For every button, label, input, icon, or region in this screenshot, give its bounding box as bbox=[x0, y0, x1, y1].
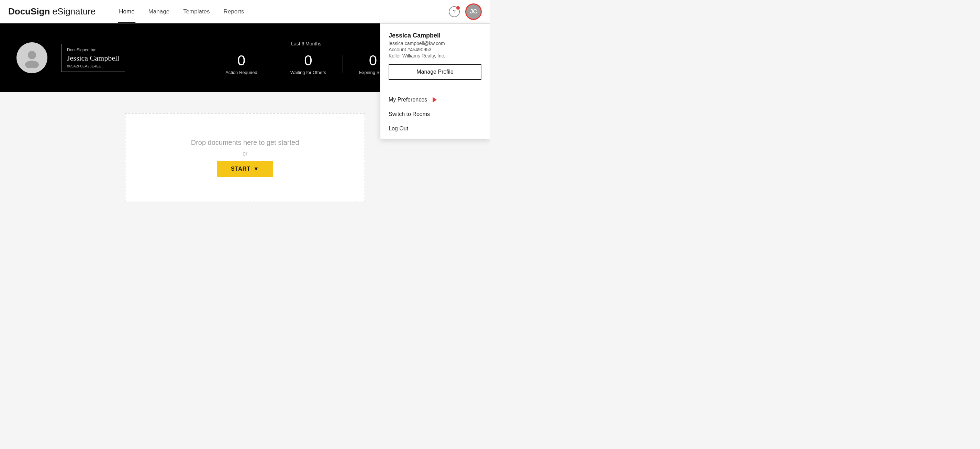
user-avatar-button[interactable]: JC bbox=[465, 3, 482, 20]
svg-point-0 bbox=[28, 51, 36, 59]
dropdown-user-section: Jessica Campbell jessica.campbell@kw.com… bbox=[380, 24, 490, 87]
dropdown-menu-section: My Preferences Switch to Rooms Log Out bbox=[380, 87, 490, 136]
dropdown-user-name: Jessica Campbell bbox=[389, 32, 481, 39]
stat-label-action: Action Required bbox=[226, 70, 258, 75]
manage-profile-button[interactable]: Manage Profile bbox=[389, 64, 481, 80]
nav-item-home[interactable]: Home bbox=[112, 0, 141, 23]
arrow-right-icon bbox=[433, 97, 437, 102]
start-button[interactable]: START ▼ bbox=[217, 161, 273, 177]
header-actions: ? JC bbox=[449, 3, 482, 20]
app-logo: DocuSign eSignature bbox=[8, 6, 95, 17]
stat-number-expiring: 0 bbox=[369, 53, 377, 68]
nav-item-reports[interactable]: Reports bbox=[217, 0, 251, 23]
dropdown-user-email: jessica.campbell@kw.com bbox=[389, 41, 481, 46]
stat-label-waiting: Waiting for Others bbox=[290, 70, 326, 75]
stat-number-waiting: 0 bbox=[304, 53, 312, 68]
dropdown-switch-rooms[interactable]: Switch to Rooms bbox=[380, 107, 490, 121]
user-avatar-large bbox=[16, 42, 48, 73]
stats-group: 0 Action Required 0 Waiting for Others 0… bbox=[209, 53, 403, 75]
signature-name: Jessica Campbell bbox=[67, 54, 119, 62]
dropdown-user-account: Account #45490953 bbox=[389, 47, 481, 52]
user-dropdown-panel: Jessica Campbell jessica.campbell@kw.com… bbox=[380, 23, 490, 139]
main-nav: Home Manage Templates Reports bbox=[112, 0, 449, 23]
help-button[interactable]: ? bbox=[449, 6, 460, 17]
drop-zone-or: or bbox=[243, 151, 247, 157]
dropdown-user-company: Keller Williams Realty, Inc. bbox=[389, 53, 481, 59]
drop-zone-text: Drop documents here to get started bbox=[191, 139, 299, 147]
stat-action-required: 0 Action Required bbox=[209, 53, 274, 75]
stat-waiting-for-others: 0 Waiting for Others bbox=[274, 53, 343, 75]
header: DocuSign eSignature Home Manage Template… bbox=[0, 0, 490, 23]
dropdown-my-preferences[interactable]: My Preferences bbox=[380, 93, 490, 107]
notification-dot bbox=[456, 6, 460, 10]
signature-box: DocuSigned by: Jessica Campbell 865A2F0E… bbox=[61, 44, 125, 72]
dropdown-log-out[interactable]: Log Out bbox=[380, 121, 490, 136]
stats-period-label: Last 6 Months bbox=[291, 41, 321, 46]
drop-zone[interactable]: Drop documents here to get started or ST… bbox=[125, 113, 365, 202]
nav-item-templates[interactable]: Templates bbox=[176, 0, 216, 23]
nav-item-manage[interactable]: Manage bbox=[142, 0, 176, 23]
stat-number-action: 0 bbox=[237, 53, 245, 68]
dropdown-arrow-icon: ▼ bbox=[253, 166, 259, 172]
signature-hash: 865A2F0EA28E4EE... bbox=[67, 64, 119, 68]
signature-label: DocuSigned by: bbox=[67, 48, 119, 52]
svg-point-1 bbox=[25, 61, 39, 68]
